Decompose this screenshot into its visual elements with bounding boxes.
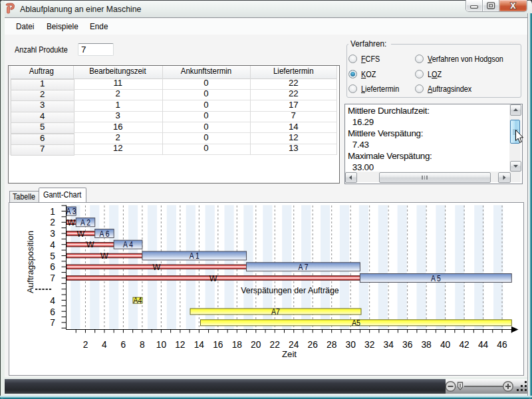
svg-text:A5: A5 — [352, 319, 360, 328]
svg-text:Zeit: Zeit — [282, 349, 297, 359]
svg-text:34: 34 — [383, 340, 394, 350]
svg-text:W: W — [86, 240, 94, 249]
svg-text:A 7: A 7 — [299, 263, 309, 272]
svg-text:18: 18 — [232, 340, 243, 350]
svg-text:6: 6 — [50, 262, 55, 272]
svg-text:A 4: A 4 — [123, 240, 133, 249]
svg-text:40: 40 — [440, 340, 451, 350]
svg-text:Verspätungen der Aufträge: Verspätungen der Aufträge — [241, 285, 339, 295]
svg-text:A 5: A 5 — [431, 274, 441, 283]
svg-text:W: W — [209, 274, 217, 283]
svg-text:44: 44 — [478, 340, 489, 350]
svg-text:22: 22 — [270, 340, 280, 350]
svg-text:6: 6 — [50, 307, 55, 317]
svg-text:W: W — [67, 218, 75, 227]
svg-text:W: W — [152, 263, 160, 272]
svg-text:16: 16 — [213, 340, 223, 350]
svg-text:38: 38 — [421, 340, 432, 350]
svg-text:A 2: A 2 — [80, 218, 90, 227]
svg-text:1: 1 — [50, 207, 55, 217]
svg-text:46: 46 — [497, 340, 507, 350]
svg-text:W: W — [76, 229, 84, 239]
svg-text:36: 36 — [402, 340, 413, 350]
svg-text:A 3: A 3 — [66, 207, 76, 216]
svg-text:7: 7 — [50, 273, 55, 283]
svg-text:12: 12 — [175, 340, 185, 350]
svg-text:4: 4 — [50, 296, 55, 306]
svg-text:8: 8 — [140, 340, 145, 350]
svg-text:7: 7 — [50, 318, 55, 328]
svg-text:W: W — [100, 251, 108, 261]
svg-text:A 1: A 1 — [190, 251, 200, 261]
svg-text:26: 26 — [308, 340, 319, 350]
svg-text:30: 30 — [346, 340, 356, 350]
svg-text:32: 32 — [364, 340, 374, 350]
svg-text:14: 14 — [194, 340, 205, 350]
svg-text:28: 28 — [327, 340, 337, 350]
svg-text:24: 24 — [289, 340, 299, 350]
svg-text:A 6: A 6 — [100, 229, 110, 239]
svg-text:4: 4 — [102, 340, 107, 350]
svg-text:4: 4 — [50, 240, 55, 250]
svg-text:2: 2 — [83, 340, 88, 350]
svg-text:6: 6 — [121, 340, 126, 350]
svg-text:2: 2 — [50, 217, 55, 227]
svg-text:Auftragsposition: Auftragsposition — [25, 231, 35, 293]
svg-text:3: 3 — [50, 229, 55, 239]
svg-text:10: 10 — [156, 340, 167, 350]
svg-text:42: 42 — [459, 340, 469, 350]
svg-text:A4: A4 — [134, 296, 142, 305]
svg-text:A7: A7 — [271, 307, 280, 317]
svg-text:5: 5 — [50, 251, 55, 261]
svg-text:20: 20 — [251, 340, 261, 350]
